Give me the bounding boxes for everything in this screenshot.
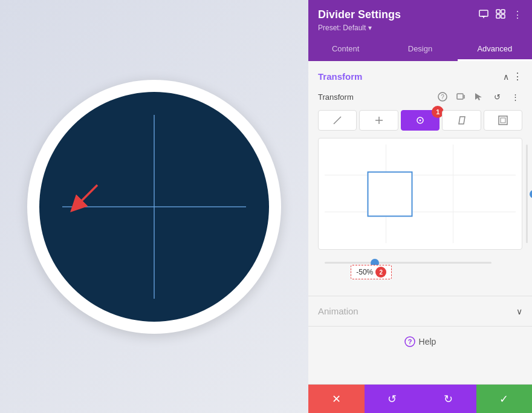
tab-advanced[interactable]: Advanced: [458, 38, 532, 61]
screen-icon[interactable]: [479, 9, 488, 21]
move-btn[interactable]: [318, 110, 357, 131]
cancel-button[interactable]: ✕: [308, 385, 365, 413]
svg-rect-11: [457, 94, 463, 99]
settings-panel: Divider Settings ⋮ Preset: Default Conte…: [308, 0, 532, 413]
grid-icon[interactable]: [496, 9, 505, 21]
panel-title: Divider Settings: [318, 8, 401, 21]
panel-body: Transform ∧ ⋮ Transform ?: [308, 61, 532, 384]
transform-canvas: 0px: [319, 138, 522, 249]
transform-type-buttons: 1: [318, 110, 522, 131]
slider-spacer: [318, 255, 522, 286]
svg-text:?: ?: [407, 338, 412, 345]
svg-marker-13: [475, 93, 482, 100]
help-section[interactable]: ? Help: [308, 327, 532, 357]
help-icon: ?: [404, 336, 415, 347]
svg-rect-7: [496, 15, 500, 18]
panel-header-icons: ⋮: [479, 9, 522, 21]
animation-title: Animation: [318, 306, 358, 316]
transform-section-title: Transform: [318, 71, 362, 82]
section-controls: ∧ ⋮: [503, 71, 522, 82]
bottom-toolbar: ✕ ↺ ↻ ✓: [308, 384, 532, 413]
grid-line: [325, 212, 516, 212]
horiz-slider-container: -50% 2: [325, 262, 491, 264]
preset-label[interactable]: Preset: Default: [318, 24, 522, 32]
transform-toolbar-icons: ? ↺ ⋮: [435, 89, 522, 104]
reset-button[interactable]: ↺: [365, 385, 421, 413]
svg-marker-19: [459, 117, 465, 124]
help-label: Help: [419, 337, 436, 346]
transform-section-header: Transform ∧ ⋮: [318, 71, 522, 82]
svg-rect-21: [501, 118, 505, 123]
svg-line-14: [334, 117, 341, 124]
svg-rect-2: [479, 10, 488, 16]
vertical-slider-track: [526, 145, 528, 243]
vertical-slider-thumb[interactable]: [530, 190, 532, 198]
section-more-icon[interactable]: ⋮: [513, 71, 522, 82]
redo-button[interactable]: ↻: [420, 385, 476, 413]
animation-section: Animation ∨: [308, 296, 532, 327]
scale-btn[interactable]: [484, 110, 522, 131]
svg-rect-6: [501, 10, 505, 13]
tab-content[interactable]: Content: [308, 38, 383, 61]
transform-row: Transform ? ↺ ⋮: [318, 89, 522, 104]
transform-visual: 0px -50% 2: [318, 138, 522, 250]
element-box: [367, 171, 412, 216]
grid-line: [453, 145, 453, 243]
svg-rect-5: [496, 10, 500, 13]
undo-icon[interactable]: ↺: [490, 89, 504, 104]
animation-header: Animation ∨: [318, 306, 522, 316]
transform-section: Transform ∧ ⋮ Transform ?: [308, 61, 532, 296]
svg-line-1: [76, 185, 97, 206]
svg-rect-20: [499, 116, 507, 125]
translate-btn[interactable]: [359, 110, 398, 131]
confirm-button[interactable]: ✓: [476, 385, 533, 413]
red-arrow-icon: [67, 179, 103, 215]
circle-inner: [39, 92, 269, 322]
more-transform-icon[interactable]: ⋮: [508, 89, 522, 104]
animation-collapse-icon[interactable]: ∨: [516, 307, 522, 316]
circle-container: [27, 80, 281, 334]
transform-label: Transform: [318, 93, 354, 102]
svg-point-18: [420, 120, 421, 122]
svg-text:?: ?: [441, 94, 444, 100]
badge-2: 2: [375, 267, 386, 278]
vertical-line: [154, 115, 155, 299]
cursor-icon[interactable]: [472, 89, 486, 104]
horizontal-slider-track: [325, 262, 491, 264]
grid-line: [325, 175, 516, 175]
tab-design[interactable]: Design: [383, 38, 457, 61]
rotate-btn[interactable]: 1: [401, 110, 440, 131]
svg-rect-8: [501, 15, 505, 18]
canvas-area: [0, 0, 308, 413]
panel-header: Divider Settings ⋮ Preset: Default: [308, 0, 532, 38]
device-icon[interactable]: [453, 89, 468, 104]
more-options-icon[interactable]: ⋮: [513, 9, 522, 21]
panel-header-top: Divider Settings ⋮: [318, 8, 522, 21]
collapse-icon[interactable]: ∧: [503, 72, 509, 82]
value-badge: -50% 2: [351, 265, 392, 279]
skew-btn[interactable]: [442, 110, 481, 131]
horizontal-value-text: -50%: [356, 268, 373, 276]
tabs-bar: Content Design Advanced: [308, 38, 532, 61]
help-circle-icon[interactable]: ?: [435, 89, 450, 104]
